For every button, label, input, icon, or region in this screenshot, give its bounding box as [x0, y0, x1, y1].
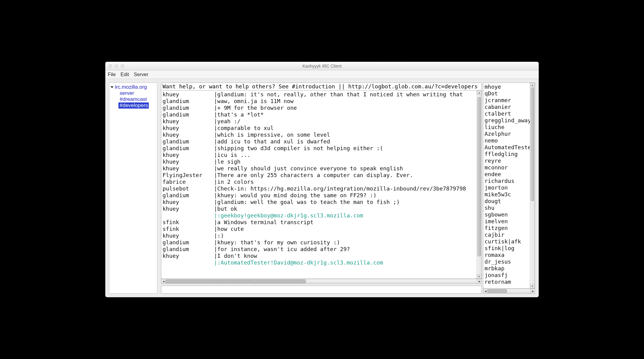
- chat-line: khuey|icu is ...: [163, 152, 475, 158]
- chat-log[interactable]: khuey|glandium: it's not, really, other …: [161, 91, 477, 279]
- user-list-item[interactable]: retornam: [485, 279, 529, 285]
- sidebar-channel[interactable]: #dreamcast: [109, 96, 157, 102]
- user-list-item[interactable]: reyre: [485, 157, 529, 164]
- user-list-item[interactable]: imelven: [485, 218, 529, 225]
- user-list-item[interactable]: AutomatedTester: [485, 144, 529, 151]
- content-area: irc.mozilla.org server#dreamcast#develop…: [105, 79, 539, 297]
- chat-message: |:): [214, 232, 475, 239]
- user-list-item[interactable]: curtisk|afk: [485, 238, 529, 245]
- chat-message: |in 2 colors: [214, 179, 475, 185]
- userlist-column: mhoyeqDotjcranmercabanierctalbertgreggli…: [483, 83, 535, 294]
- chat-nick: fabrice: [163, 179, 214, 185]
- chat-line: khuey|glandium: it's not, really, other …: [163, 91, 475, 98]
- chat-nick: khuey: [163, 118, 214, 125]
- scroll-left-arrow-icon[interactable]: ◀: [483, 289, 488, 293]
- user-list-item[interactable]: ctalbert: [485, 110, 529, 117]
- hscroll-track[interactable]: [488, 289, 530, 293]
- minimize-icon[interactable]: [114, 64, 118, 68]
- sidebar-channel[interactable]: server: [109, 90, 157, 96]
- app-window: Kashyyyk IRC Client File Edit Server irc…: [105, 62, 539, 297]
- close-icon[interactable]: [108, 64, 112, 68]
- chat-area: khuey|glandium: it's not, really, other …: [161, 91, 482, 279]
- chevron-down-icon[interactable]: [110, 86, 114, 88]
- zoom-icon[interactable]: [121, 64, 124, 68]
- chat-line: glandium|khuey: would you mind doing the…: [163, 192, 475, 199]
- menu-file[interactable]: File: [108, 72, 116, 77]
- user-list-item[interactable]: sgbowen: [485, 211, 529, 218]
- chat-system-link[interactable]: |:geekboy!geekboy@moz-dkjr1g.scl3.mozill…: [214, 212, 475, 219]
- user-list-item[interactable]: dr_jesus: [485, 258, 529, 265]
- chat-line: glandium|that's a *lot*: [163, 111, 475, 118]
- userlist-vertical-scrollbar[interactable]: ▲ ▼: [530, 83, 535, 288]
- topic-bar[interactable]: Want help, or want to help others? See #…: [161, 83, 482, 91]
- hscroll-thumb[interactable]: [488, 289, 507, 293]
- user-list-item[interactable]: gregglind_away: [485, 117, 529, 124]
- titlebar[interactable]: Kashyyyk IRC Client: [105, 62, 539, 70]
- user-list-item[interactable]: Azelphur: [485, 131, 529, 137]
- user-list-item[interactable]: liuche: [485, 124, 529, 131]
- chat-line: khuey|:): [163, 232, 475, 239]
- channel-sidebar[interactable]: irc.mozilla.org server#dreamcast#develop…: [109, 83, 157, 294]
- user-list-item[interactable]: dougt: [485, 198, 529, 205]
- chat-vertical-scrollbar[interactable]: ▲ ▼: [477, 91, 481, 279]
- menu-server[interactable]: Server: [134, 72, 148, 77]
- chat-nick: [163, 259, 214, 266]
- sidebar-channel[interactable]: #developers: [118, 102, 149, 109]
- user-list-item[interactable]: nemo: [485, 137, 529, 144]
- chat-message: |Check-in: https://hg.mozilla.org/integr…: [214, 185, 475, 192]
- chat-line: khuey|le sigh: [163, 158, 475, 165]
- chat-message: |for instance, wasn't icu added after 29…: [214, 246, 475, 253]
- chat-message: |icu is ...: [214, 152, 475, 158]
- scroll-up-arrow-icon[interactable]: ▲: [530, 83, 535, 87]
- scroll-left-arrow-icon[interactable]: ◀: [161, 279, 166, 283]
- user-list-item[interactable]: shu: [485, 205, 529, 211]
- chat-nick: khuey: [163, 232, 214, 239]
- chat-line: khuey|yeah :/: [163, 118, 475, 125]
- user-list-item[interactable]: fitzgen: [485, 225, 529, 231]
- chat-line: khuey|we really should just convince eve…: [163, 165, 475, 172]
- user-list-item[interactable]: mrbkap: [485, 265, 529, 272]
- user-list-item[interactable]: romaxa: [485, 252, 529, 258]
- user-list-item[interactable]: jonasfj: [485, 272, 529, 279]
- chat-nick: glandium: [163, 145, 214, 152]
- userlist-area: mhoyeqDotjcranmercabanierctalbertgreggli…: [483, 83, 535, 289]
- scroll-right-arrow-icon[interactable]: ▶: [530, 289, 535, 293]
- chat-system-link[interactable]: |:AutomatedTester!David@moz-dkjr1g.scl3.…: [214, 259, 475, 266]
- user-list-item[interactable]: mike5w3c: [485, 191, 529, 198]
- chat-line: khuey|but ok: [163, 205, 475, 212]
- scroll-thumb[interactable]: [531, 88, 534, 201]
- user-list-item[interactable]: mconnor: [485, 164, 529, 171]
- scroll-right-arrow-icon[interactable]: ▶: [477, 279, 481, 283]
- user-list-item[interactable]: richardus: [485, 178, 529, 184]
- server-node[interactable]: irc.mozilla.org: [109, 84, 157, 90]
- scroll-thumb[interactable]: [477, 97, 481, 256]
- scroll-up-arrow-icon[interactable]: ▲: [477, 91, 481, 95]
- chat-line: |:geekboy!geekboy@moz-dkjr1g.scl3.mozill…: [163, 212, 475, 219]
- user-list-item[interactable]: endee: [485, 171, 529, 178]
- userlist-horizontal-scrollbar[interactable]: ◀ ▶: [483, 289, 535, 294]
- chat-horizontal-scrollbar[interactable]: ◀ ▶: [161, 279, 482, 284]
- user-list-item[interactable]: cabanier: [485, 104, 529, 110]
- chat-nick: glandium: [163, 239, 214, 246]
- main-pane: Want help, or want to help others? See #…: [161, 83, 535, 294]
- hscroll-track[interactable]: [166, 279, 477, 283]
- menu-edit[interactable]: Edit: [121, 72, 129, 77]
- user-list-item[interactable]: ffledgling: [485, 151, 529, 157]
- chat-message: |add icu to that and xul is dwarfed: [214, 138, 475, 145]
- scroll-down-arrow-icon[interactable]: ▼: [477, 274, 481, 279]
- user-list-item[interactable]: jcranmer: [485, 97, 529, 104]
- hscroll-thumb[interactable]: [166, 279, 306, 283]
- user-list-item[interactable]: mhoye: [485, 83, 529, 90]
- chat-message: |khuey: would you mind doing the same on…: [214, 192, 475, 199]
- chat-message: |that's a *lot*: [214, 111, 475, 118]
- user-list-item[interactable]: qDot: [485, 90, 529, 97]
- message-input[interactable]: [161, 286, 482, 294]
- chat-nick: glandium: [163, 105, 214, 111]
- user-list-item[interactable]: jmorton: [485, 184, 529, 191]
- user-list-item[interactable]: sfink|log: [485, 245, 529, 252]
- chat-line: glandium|+ 9M for the browser one: [163, 105, 475, 111]
- user-list[interactable]: mhoyeqDotjcranmercabanierctalbertgreggli…: [483, 83, 530, 288]
- user-list-item[interactable]: cajbir: [485, 231, 529, 238]
- chat-nick: glandium: [163, 111, 214, 118]
- scroll-down-arrow-icon[interactable]: ▼: [530, 284, 535, 288]
